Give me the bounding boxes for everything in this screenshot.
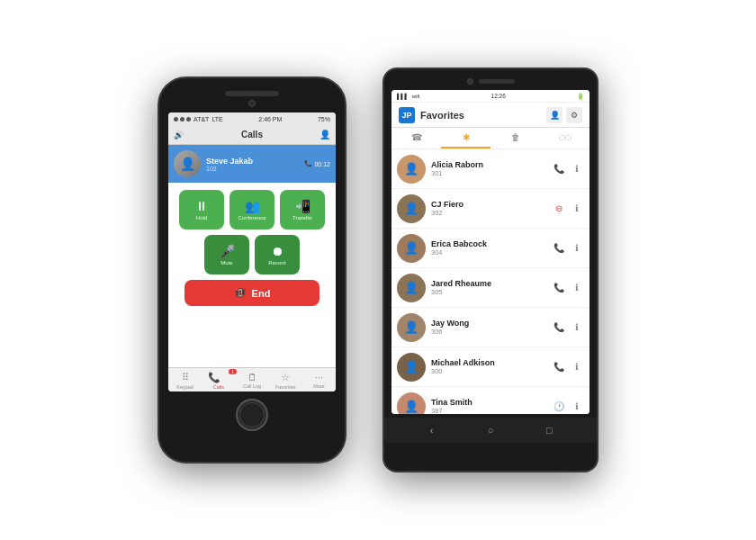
contact-actions-michael: 📞 ℹ bbox=[552, 360, 584, 374]
recents-button[interactable]: □ bbox=[538, 419, 560, 441]
contact-info-jay: Jay Wong 306 bbox=[431, 319, 546, 336]
hold-label: Hold bbox=[196, 215, 207, 220]
contact-item-michael[interactable]: 👤 Michael Adkison 300 📞 ℹ bbox=[392, 347, 590, 387]
android-top-actions: 👤 ⚙ bbox=[546, 107, 582, 123]
calls-label: Calls bbox=[213, 384, 224, 390]
contact-item-tina[interactable]: 👤 Tina Smith 387 🕐 ℹ bbox=[392, 387, 590, 414]
avatar-placeholder: 👤 bbox=[397, 194, 426, 223]
info-action-icon[interactable]: ℹ bbox=[570, 281, 584, 295]
contact-name-erica: Erica Babcock bbox=[431, 239, 546, 248]
scene: AT&T LTE 2:46 PM 75% 🔊 Calls 👤 👤 Steve J… bbox=[0, 0, 756, 540]
tab-calls[interactable]: 📞 1 Calls bbox=[202, 372, 235, 390]
tab-keypad[interactable]: ⠿ Keypad bbox=[168, 372, 202, 390]
record-button[interactable]: ⏺ Record bbox=[255, 235, 300, 274]
info-action-icon[interactable]: ℹ bbox=[570, 400, 584, 414]
tab-calllog[interactable]: 🗒 Call Log bbox=[235, 372, 268, 390]
android-tab-phone[interactable]: ☎ bbox=[392, 128, 441, 148]
contact-info-jared: Jared Rheaume 305 bbox=[431, 279, 546, 296]
android-tab-star[interactable]: ✱ bbox=[441, 128, 490, 148]
iphone-speaker bbox=[225, 91, 279, 96]
app-icon-label: JP bbox=[401, 111, 411, 120]
call-action-icon[interactable]: 📞 bbox=[552, 162, 566, 176]
back-button[interactable]: ‹ bbox=[421, 419, 443, 441]
settings-icon[interactable]: ⚙ bbox=[566, 107, 582, 123]
record-label: Record bbox=[268, 260, 285, 266]
call-avatar: 👤 bbox=[174, 150, 201, 177]
iphone-device: AT&T LTE 2:46 PM 75% 🔊 Calls 👤 👤 Steve J… bbox=[158, 76, 346, 464]
android-camera bbox=[467, 78, 473, 85]
actions-row-2: 🎤 Mute ⏺ Record bbox=[176, 235, 328, 274]
conference-button[interactable]: 👥 Conference bbox=[230, 190, 274, 230]
android-screen: ▌▌▌ wifi 12:26 🔋 JP Favorites 👤 ⚙ bbox=[392, 90, 590, 414]
contact-actions-erica: 📞 ℹ bbox=[552, 241, 584, 256]
contact-actions-cj: ⊖ ℹ bbox=[552, 202, 584, 216]
home-button[interactable] bbox=[236, 399, 268, 431]
contact-name-jay: Jay Wong bbox=[431, 319, 546, 328]
call-action-icon[interactable]: 📞 bbox=[552, 241, 566, 256]
contact-ext-alicia: 301 bbox=[431, 169, 546, 177]
android-top-bar: JP Favorites 👤 ⚙ bbox=[392, 103, 590, 128]
record-icon: ⏺ bbox=[271, 244, 284, 258]
android-tab-voicemail[interactable]: ◌◌ bbox=[540, 128, 590, 148]
end-label: End bbox=[252, 288, 271, 299]
iphone-status-bar: AT&T LTE 2:46 PM 75% bbox=[168, 112, 336, 125]
end-call-button[interactable]: 📵 End bbox=[184, 280, 320, 306]
contact-item-jared[interactable]: 👤 Jared Rheaume 305 📞 ℹ bbox=[392, 268, 590, 308]
tab-more[interactable]: ··· More bbox=[302, 372, 336, 390]
android-top-hardware bbox=[467, 78, 515, 85]
home-button[interactable]: ○ bbox=[480, 419, 501, 441]
call-action-icon[interactable]: 📞 bbox=[552, 360, 566, 374]
contact-actions-alicia: 📞 ℹ bbox=[552, 162, 584, 176]
more-label: More bbox=[313, 383, 325, 389]
contact-item-jay[interactable]: 👤 Jay Wong 306 📞 ℹ bbox=[392, 308, 590, 347]
info-action-icon[interactable]: ℹ bbox=[570, 360, 584, 374]
contact-add-icon[interactable]: 👤 bbox=[546, 107, 562, 123]
contact-item-cj[interactable]: 👤 CJ Fiero 302 ⊖ ℹ bbox=[392, 189, 590, 229]
app-icon: JP bbox=[399, 107, 415, 123]
call-duration: 📞 00:12 bbox=[304, 160, 330, 167]
contact-item-alicia[interactable]: 👤 Alicia Raborn 301 📞 ℹ bbox=[392, 149, 590, 189]
android-tabs: ☎ ✱ 🗑 ◌◌ bbox=[392, 128, 590, 149]
android-status-icons: 🔋 bbox=[577, 93, 584, 100]
call-item[interactable]: 👤 Steve Jakab 102 📞 00:12 bbox=[168, 145, 336, 183]
away-action-icon[interactable]: 🕐 bbox=[552, 400, 566, 414]
tab-favorites[interactable]: ☆ Favorites bbox=[269, 372, 302, 390]
android-device: ▌▌▌ wifi 12:26 🔋 JP Favorites 👤 ⚙ bbox=[382, 68, 598, 472]
contact-ext-erica: 304 bbox=[431, 248, 546, 256]
phone-icon: 📞 bbox=[304, 160, 312, 167]
home-button-inner bbox=[239, 402, 265, 428]
info-action-icon[interactable]: ℹ bbox=[570, 162, 584, 176]
call-action-icon[interactable]: 📞 bbox=[552, 281, 566, 295]
android-speaker bbox=[479, 79, 515, 84]
contact-name-michael: Michael Adkison bbox=[431, 358, 546, 367]
avatar-placeholder: 👤 bbox=[397, 313, 426, 342]
calllog-label: Call Log bbox=[243, 383, 261, 389]
calllog-icon: 🗒 bbox=[248, 372, 257, 382]
mute-button[interactable]: 🎤 Mute bbox=[204, 235, 249, 274]
avatar-tina: 👤 bbox=[397, 392, 426, 415]
info-action-icon[interactable]: ℹ bbox=[570, 202, 584, 216]
contact-item-erica[interactable]: 👤 Erica Babcock 304 📞 ℹ bbox=[392, 229, 590, 268]
conference-label: Conference bbox=[238, 215, 266, 220]
info-action-icon[interactable]: ℹ bbox=[570, 241, 584, 256]
busy-action-icon[interactable]: ⊖ bbox=[552, 202, 566, 216]
hold-button[interactable]: ⏸ Hold bbox=[179, 190, 224, 230]
contact-ext-cj: 302 bbox=[431, 209, 546, 217]
avatar-placeholder: 👤 bbox=[397, 392, 426, 415]
contact-info-alicia: Alicia Raborn 301 bbox=[431, 160, 546, 177]
transfer-button[interactable]: 📲 Transfer bbox=[280, 190, 325, 230]
hold-icon: ⏸ bbox=[195, 199, 208, 213]
call-action-icon[interactable]: 📞 bbox=[552, 320, 566, 335]
avatar-cj: 👤 bbox=[397, 194, 426, 223]
transfer-label: Transfer bbox=[292, 215, 312, 220]
android-tab-delete[interactable]: 🗑 bbox=[490, 128, 540, 148]
info-action-icon[interactable]: ℹ bbox=[570, 320, 584, 335]
signal-dots bbox=[174, 117, 191, 122]
contact-info-cj: CJ Fiero 302 bbox=[431, 200, 546, 217]
iphone-nav-bar: 🔊 Calls 👤 bbox=[168, 125, 336, 145]
contact-name-alicia: Alicia Raborn bbox=[431, 160, 546, 169]
contact-actions-jared: 📞 ℹ bbox=[552, 281, 584, 295]
keypad-label: Keypad bbox=[176, 384, 194, 390]
contact-list: 👤 Alicia Raborn 301 📞 ℹ 👤 bbox=[392, 149, 590, 414]
avatar-alicia: 👤 bbox=[397, 155, 426, 184]
